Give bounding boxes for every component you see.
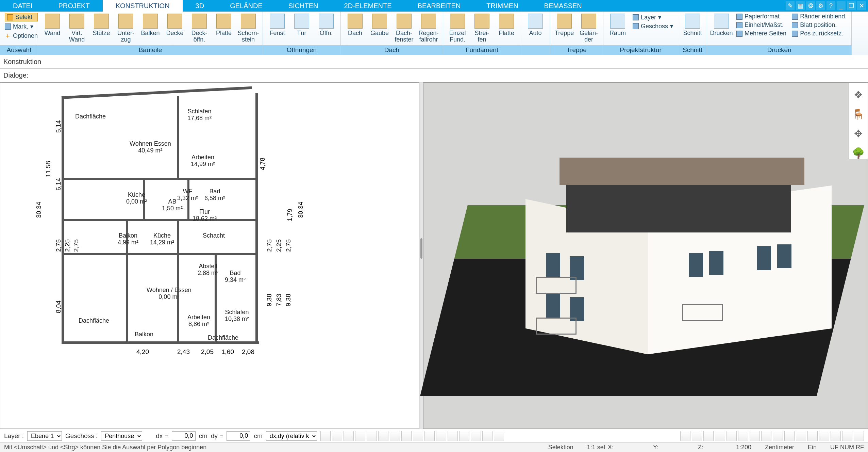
tab-gelände[interactable]: GELÄNDE xyxy=(217,0,276,12)
selekt-button[interactable]: Selekt xyxy=(5,13,38,21)
ribbon-platte-button[interactable]: Platte xyxy=(494,12,519,36)
ribbon-gaube-button[interactable]: Gaube xyxy=(367,12,392,36)
toolbar-icon[interactable] xyxy=(715,431,725,441)
view-splitter[interactable] xyxy=(419,82,423,429)
toolbar-icon[interactable] xyxy=(390,431,400,441)
toolbar-icon[interactable] xyxy=(378,431,388,441)
ribbon-dach-fenster-button[interactable]: Dach- fenster xyxy=(392,12,416,43)
toolbar-icon[interactable] xyxy=(761,431,771,441)
geschoss-dropdown[interactable]: Geschoss ▾ xyxy=(633,22,673,30)
toolbar-icon[interactable] xyxy=(320,431,331,441)
tab-trimmen[interactable]: TRIMMEN xyxy=(473,0,531,12)
ribbon-einzel-fund--button[interactable]: Einzel Fund. xyxy=(445,12,470,43)
mark-button[interactable]: Mark. ▾ xyxy=(5,23,38,30)
coord-mode-select[interactable]: dx,dy (relativ ka xyxy=(266,431,317,441)
toolbar-icon[interactable] xyxy=(727,431,737,441)
ribbon-auto-button[interactable]: Auto xyxy=(523,12,548,36)
toolbar-icon[interactable] xyxy=(494,431,504,441)
ribbon-raum-button[interactable]: Raum xyxy=(605,12,630,36)
status-scale: 1:200 xyxy=(736,444,751,451)
restore-icon[interactable]: ❐ xyxy=(847,1,856,10)
tab-projekt[interactable]: PROJEKT xyxy=(45,0,102,12)
toolbar-icon[interactable] xyxy=(436,431,446,441)
toolbar-icon[interactable] xyxy=(482,431,493,441)
floorplan-view[interactable]: DachflächeWohnen Essen 40,49 m²Schlafen … xyxy=(0,82,419,429)
toolbar-icon[interactable] xyxy=(784,431,795,441)
tab-sichten[interactable]: SICHTEN xyxy=(276,0,331,12)
ribbon-virt-wand-button[interactable]: Virt. Wand xyxy=(65,12,89,43)
ribbon--ffn--button[interactable]: Öffn. xyxy=(314,12,338,36)
help-icon[interactable]: ? xyxy=(827,1,835,10)
toolbar-icon[interactable] xyxy=(471,431,481,441)
toolbar-icon[interactable] xyxy=(401,431,412,441)
toolbar-icon[interactable] xyxy=(854,431,864,441)
tab-3d[interactable]: 3D xyxy=(183,0,217,12)
tab-bearbeiten[interactable]: BEARBEITEN xyxy=(405,0,474,12)
toolbar-icon[interactable] xyxy=(344,431,354,441)
ribbon-decke-button[interactable]: Decke xyxy=(163,12,187,36)
layer-dropdown[interactable]: Layer ▾ xyxy=(633,14,673,21)
toolbar-icon[interactable] xyxy=(367,431,377,441)
print-option[interactable]: Einheit/Maßst. xyxy=(736,21,786,29)
tab-bemassen[interactable]: BEMASSEN xyxy=(531,0,595,12)
tool-icon[interactable]: ❂ xyxy=(806,1,815,10)
layers-icon[interactable]: ❖ xyxy=(854,89,863,101)
model-3d-view[interactable]: ❖ 🪑 ✥ 🌳 xyxy=(423,82,868,429)
layer-select[interactable]: Ebene 1 xyxy=(27,431,62,441)
toolbar-icon[interactable] xyxy=(773,431,783,441)
group-title: Dach xyxy=(341,45,443,55)
toolbar-icon[interactable] xyxy=(459,431,469,441)
toolbar-icon[interactable] xyxy=(842,431,852,441)
toolbar-icon[interactable] xyxy=(738,431,748,441)
ribbon-deck-ffn--button[interactable]: Deck- öffn. xyxy=(187,12,212,43)
toolbar-icon[interactable] xyxy=(424,431,435,441)
ribbon-schorn-stein-button[interactable]: Schorn- stein xyxy=(236,12,261,43)
tab-2d-elemente[interactable]: 2D-ELEMENTE xyxy=(331,0,405,12)
toolbar-icon[interactable] xyxy=(807,431,818,441)
dy-input[interactable] xyxy=(227,431,250,441)
ribbon-st-tze-button[interactable]: Stütze xyxy=(89,12,114,36)
toolbar-icon[interactable] xyxy=(680,431,690,441)
toolbar-icon[interactable] xyxy=(796,431,806,441)
ribbon-drucken-button[interactable]: Drucken xyxy=(709,12,734,36)
toolbar-icon[interactable] xyxy=(413,431,423,441)
toolbar-icon[interactable] xyxy=(819,431,829,441)
orbit-icon[interactable]: ✥ xyxy=(854,128,863,140)
tab-datei[interactable]: DATEI xyxy=(0,0,45,12)
ribbon-gel-n-der-button[interactable]: Gelän- der xyxy=(577,12,601,43)
ribbon-fenst-button[interactable]: Fenst xyxy=(265,12,289,36)
ribbon-balken-button[interactable]: Balken xyxy=(138,12,163,36)
furniture-icon[interactable]: 🪑 xyxy=(852,108,865,120)
toolbar-icon[interactable] xyxy=(703,431,714,441)
ribbon-wand-button[interactable]: Wand xyxy=(40,12,65,36)
tab-konstruktion[interactable]: KONSTRUKTION xyxy=(103,0,183,12)
toolbar-icon[interactable] xyxy=(750,431,760,441)
toolbar-icon[interactable] xyxy=(332,431,342,441)
geschoss-select[interactable]: Penthouse xyxy=(101,431,142,441)
print-option[interactable]: Pos zurücksetz. xyxy=(792,30,847,37)
toolbar-icon[interactable] xyxy=(831,431,841,441)
print-option[interactable]: Mehrere Seiten xyxy=(736,30,786,37)
optionen-button[interactable]: ＋Optionen xyxy=(5,32,38,40)
print-option[interactable]: Papierformat xyxy=(736,13,786,20)
ribbon-strei-fen-button[interactable]: Strei- fen xyxy=(470,12,494,43)
toolbar-icon[interactable] xyxy=(448,431,458,441)
ribbon-dach-button[interactable]: Dach xyxy=(343,12,367,36)
ribbon-platte-button[interactable]: Platte xyxy=(212,12,236,36)
ribbon-treppe-button[interactable]: Treppe xyxy=(552,12,577,36)
tree-icon[interactable]: 🌳 xyxy=(852,147,865,159)
dx-input[interactable] xyxy=(172,431,196,441)
minimize-icon[interactable]: _ xyxy=(837,1,846,10)
ribbon-schnitt-button[interactable]: Schnitt xyxy=(680,12,705,36)
tool-icon[interactable]: ⚙ xyxy=(816,1,825,10)
close-icon[interactable]: ✕ xyxy=(857,1,866,10)
toolbar-icon[interactable] xyxy=(355,431,365,441)
print-option[interactable]: Blatt position. xyxy=(792,21,847,29)
ribbon-t-r-button[interactable]: Tür xyxy=(289,12,314,36)
tool-icon[interactable]: ▦ xyxy=(796,1,805,10)
tool-icon[interactable]: ✎ xyxy=(786,1,795,10)
toolbar-icon[interactable] xyxy=(692,431,702,441)
ribbon-unter-zug-button[interactable]: Unter- zug xyxy=(114,12,138,43)
ribbon-regen-fallrohr-button[interactable]: Regen- fallrohr xyxy=(416,12,441,43)
print-option[interactable]: Ränder einblend. xyxy=(792,13,847,20)
